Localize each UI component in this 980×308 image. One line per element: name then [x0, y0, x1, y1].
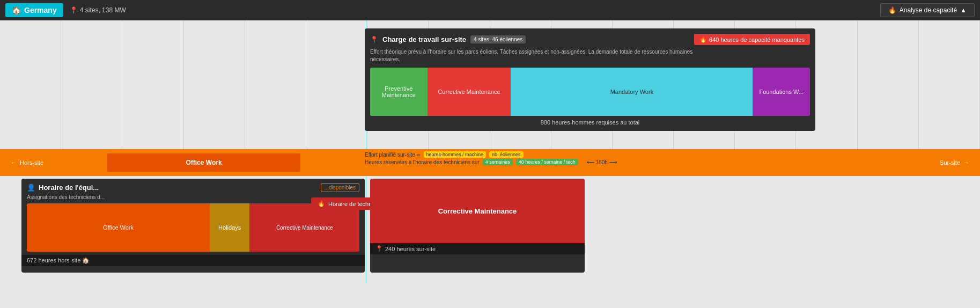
grid-line: [0, 20, 61, 149]
effort-panel: Effort planifié sur-site ∝ heures-hommes…: [365, 151, 617, 165]
equipe-footer-left: 672 heures hors-site 🏠: [27, 257, 90, 264]
orange-band: ← Hors-site Office Work Effort planifié …: [0, 149, 980, 176]
bar-mandatory: Mandatory Work: [511, 68, 753, 116]
site-panel: Corrective Maintenance 📍 240 heures sur-…: [370, 179, 585, 273]
pin-icon: 📍: [370, 36, 378, 43]
equipe-bar-office: Office Work: [27, 203, 210, 252]
equipe-panel: 👤 Horaire de l'équi... ...disponibles As…: [21, 179, 365, 273]
equipe-title: 👤 Horaire de l'équi...: [27, 184, 99, 192]
grid-line: [122, 20, 183, 149]
sur-site-text: Sur-site: [940, 159, 960, 166]
site-footer-label: 240 heures sur-site: [385, 246, 436, 252]
sites-info: 📍 4 sites, 138 MW: [70, 6, 126, 14]
home-icon: 🏠: [12, 6, 21, 14]
site-bar-label: Corrective Maintenance: [438, 207, 517, 215]
charge-desc-line2: nécessaires.: [370, 56, 810, 63]
charge-title-row: 📍 Charge de travail sur-site 4 sites, 46…: [370, 35, 526, 43]
bar-foundations: Foundations W...: [753, 68, 810, 116]
pin-icon: 📍: [70, 6, 78, 14]
location-name: Germany: [24, 6, 57, 14]
grid-line: [858, 20, 919, 149]
location-badge[interactable]: 🏠 Germany: [5, 3, 63, 17]
effort-badge-semaines: 4 semaines: [483, 159, 513, 165]
vertical-marker-line-bottom: [366, 176, 366, 283]
office-work-label: Office Work: [186, 159, 222, 166]
chevron-up-icon: ▲: [960, 6, 967, 14]
sites-text: 4 sites, 138 MW: [80, 6, 126, 14]
analyse-label: Analyse de capacité: [900, 6, 957, 14]
grid-line: [184, 20, 245, 149]
workload-bar-chart: Preventive Maintenance Corrective Mainte…: [370, 68, 810, 116]
bar-corrective: Corrective Maintenance: [428, 68, 511, 116]
grid-area: 📍 Charge de travail sur-site 4 sites, 46…: [0, 20, 980, 149]
site-bar: Corrective Maintenance: [370, 179, 585, 243]
charge-header: 📍 Charge de travail sur-site 4 sites, 46…: [370, 34, 810, 45]
grid-line: [61, 20, 122, 149]
charge-desc-line1: Effort théorique prévu à l'horaire sur l…: [370, 48, 810, 56]
office-work-bar: Office Work: [107, 153, 300, 172]
effort-badge-2: nb. éoliennes: [489, 151, 524, 158]
arrow-left-icon: ←: [11, 159, 17, 166]
effort-row-2: Heures réservées à l'horaire des technic…: [365, 159, 617, 165]
hors-site-label: ← Hors-site: [11, 159, 43, 166]
bar-preventive: Preventive Maintenance: [370, 68, 428, 116]
grid-line: [245, 20, 306, 149]
missing-capacity-btn[interactable]: 🔥 640 heures de capacité manquantes: [694, 34, 810, 45]
arrow-right-icon: →: [963, 159, 969, 166]
flame-icon: 🔥: [318, 200, 325, 207]
site-footer: 📍 240 heures sur-site: [370, 243, 585, 254]
arrow-160h: ⟵ 160h ⟶: [587, 159, 617, 165]
equipe-desc: Assignations des techniciens d...: [27, 194, 359, 200]
missing-capacity-label: 640 heures de capacité manquantes: [709, 36, 805, 43]
disponibles-badge: ...disponibles: [321, 183, 359, 192]
equipe-header: 👤 Horaire de l'équi... ...disponibles: [27, 183, 359, 192]
grid-line: [919, 20, 980, 149]
effort-row-1: Effort planifié sur-site ∝ heures-hommes…: [365, 151, 617, 158]
sur-site-label: Sur-site →: [940, 159, 969, 166]
equipe-footer: 672 heures hors-site 🏠: [21, 255, 365, 266]
equipe-bar-chart: Office Work Holidays Corrective Maintena…: [27, 203, 359, 252]
sites-badge: 4 sites, 46 éoliennes: [470, 35, 526, 43]
equipe-bar-corrective: Corrective Maintenance: [249, 203, 359, 252]
grid-line: [306, 20, 367, 149]
hors-site-text: Hors-site: [20, 159, 43, 166]
analyse-btn[interactable]: 🔥 Analyse de capacité ▲: [880, 3, 975, 17]
pin-icon: 📍: [375, 245, 383, 252]
charge-title: Charge de travail sur-site: [382, 35, 466, 43]
person-icon: 👤: [27, 184, 35, 192]
charge-description: Effort théorique prévu à l'horaire sur l…: [370, 48, 810, 63]
equipe-bar-holidays: Holidays: [210, 203, 249, 252]
charge-panel: 📍 Charge de travail sur-site 4 sites, 46…: [365, 28, 815, 131]
page-header: 🏠 Germany 📍 4 sites, 138 MW 🔥 Analyse de…: [0, 0, 980, 20]
effort-badge-1: heures-hommes / machine: [424, 151, 487, 158]
flame-icon: 🔥: [888, 6, 896, 14]
effort-badge-tech: 40 heures / semaine / tech: [516, 159, 578, 165]
total-label: 880 heures-hommes requises au total: [370, 119, 810, 126]
bottom-section: Travail assigné Hors-site 600 h 👤 Horair…: [0, 176, 980, 283]
flame-icon: 🔥: [699, 36, 707, 43]
effort-label: Effort planifié sur-site ∝: [365, 152, 421, 158]
equipe-title-text: Horaire de l'équi...: [39, 184, 99, 192]
heures-label: Heures réservées à l'horaire des technic…: [365, 159, 480, 165]
